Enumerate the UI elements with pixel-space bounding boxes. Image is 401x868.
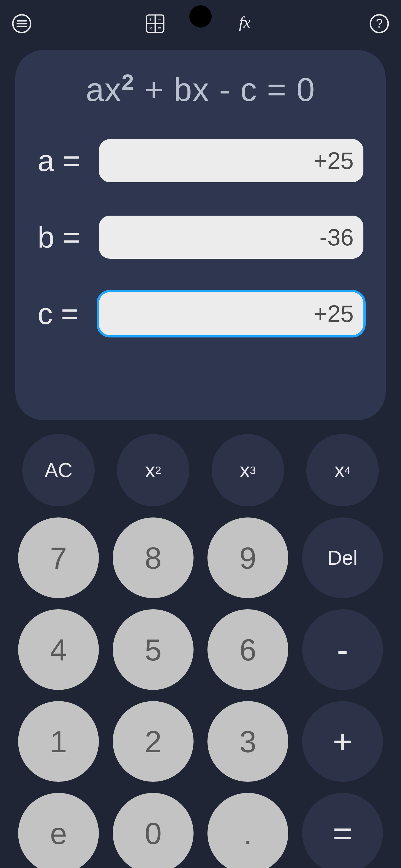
key-equals[interactable]: = <box>302 793 383 868</box>
svg-text:?: ? <box>376 17 383 30</box>
coef-label-c: c = <box>37 296 99 331</box>
topbar: + − × = fx ? <box>0 8 401 39</box>
coef-label-b: b = <box>37 220 99 254</box>
menu-icon <box>12 13 32 34</box>
key-del[interactable]: Del <box>302 518 383 598</box>
key-ac[interactable]: AC <box>22 434 95 506</box>
svg-text:×: × <box>149 25 152 31</box>
fx-icon: fx <box>235 11 256 36</box>
key-8[interactable]: 8 <box>113 518 194 598</box>
key-5[interactable]: 5 <box>113 609 194 690</box>
coef-row-a: a = +25 <box>37 139 364 182</box>
svg-text:=: = <box>158 25 161 31</box>
equation-display: ax2 + bx - c = 0 <box>37 69 364 108</box>
key-dot[interactable]: . <box>207 793 288 868</box>
coef-input-b[interactable]: -36 <box>99 216 364 259</box>
basic-calc-button[interactable]: + − × = <box>145 13 166 34</box>
svg-text:+: + <box>149 16 152 22</box>
svg-text:−: − <box>158 16 161 22</box>
coef-row-b: b = -36 <box>37 216 364 259</box>
key-0[interactable]: 0 <box>113 793 194 868</box>
coef-input-c[interactable]: +25 <box>99 292 364 335</box>
svg-text:fx: fx <box>239 13 251 31</box>
key-2[interactable]: 2 <box>113 701 194 782</box>
equation-text: ax2 + bx - c = 0 <box>86 71 315 108</box>
key-e[interactable]: e <box>18 793 99 868</box>
fx-button[interactable]: fx <box>235 13 256 34</box>
key-minus[interactable]: - <box>302 609 383 690</box>
coef-label-a: a = <box>37 143 99 178</box>
key-3[interactable]: 3 <box>207 701 288 782</box>
menu-button[interactable] <box>11 13 32 34</box>
key-plus[interactable]: + <box>302 701 383 782</box>
equation-panel: ax2 + bx - c = 0 a = +25 b = -36 c = +25 <box>15 50 386 420</box>
key-9[interactable]: 9 <box>207 518 288 598</box>
key-x3[interactable]: x3 <box>212 434 284 506</box>
coef-value-a: +25 <box>314 147 354 175</box>
key-1[interactable]: 1 <box>18 701 99 782</box>
coef-row-c: c = +25 <box>37 292 364 335</box>
key-x2[interactable]: x2 <box>117 434 189 506</box>
coef-value-c: +25 <box>314 300 354 328</box>
keypad: ACx2x3x4789Del456-123+e0.= <box>17 434 384 840</box>
help-icon: ? <box>369 13 389 34</box>
key-7[interactable]: 7 <box>18 518 99 598</box>
key-x4[interactable]: x4 <box>306 434 379 506</box>
coef-input-a[interactable]: +25 <box>99 139 364 182</box>
key-6[interactable]: 6 <box>207 609 288 690</box>
help-button[interactable]: ? <box>369 13 390 34</box>
calculator-grid-icon: + − × = <box>145 11 166 36</box>
key-4[interactable]: 4 <box>18 609 99 690</box>
coef-value-b: -36 <box>319 224 354 251</box>
